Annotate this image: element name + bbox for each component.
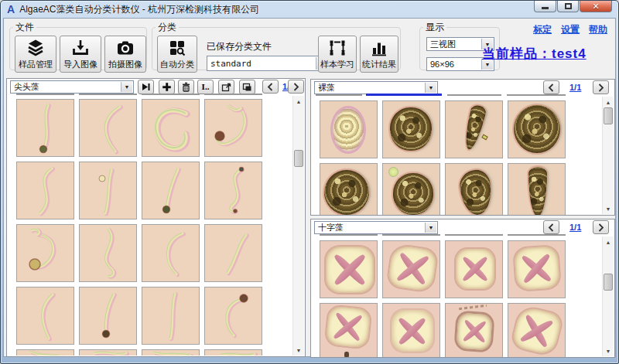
algae-thumbnail[interactable] bbox=[79, 349, 137, 355]
next-page-button[interactable] bbox=[593, 220, 609, 234]
column-mark bbox=[320, 234, 378, 236]
algae-thumbnail[interactable] bbox=[16, 224, 74, 282]
algae-cell-image bbox=[511, 305, 563, 356]
algae-thumbnail[interactable] bbox=[382, 240, 440, 298]
next-page-button[interactable] bbox=[593, 80, 609, 94]
sample-manage-button[interactable]: 样品管理 bbox=[15, 36, 56, 73]
algae-thumbnail[interactable] bbox=[142, 287, 200, 345]
algae-thumbnail[interactable] bbox=[142, 224, 200, 282]
species-select-bottom-right[interactable]: 十字藻 ▼ bbox=[314, 221, 438, 234]
algae-thumbnail[interactable] bbox=[445, 100, 503, 158]
algae-thumbnail[interactable] bbox=[79, 224, 137, 282]
saved-file-select[interactable]: standard ▼ bbox=[207, 56, 329, 71]
algae-thumbnail[interactable] bbox=[204, 162, 262, 219]
algae-thumbnail[interactable] bbox=[382, 100, 440, 158]
algae-thumbnail[interactable] bbox=[508, 100, 566, 158]
algae-thumbnail[interactable] bbox=[16, 162, 74, 219]
scroll-down-icon[interactable]: ▼ bbox=[603, 345, 614, 356]
species-select-left[interactable]: 尖头藻 ▼ bbox=[10, 80, 134, 94]
file-group-label: 文件 bbox=[13, 21, 36, 34]
algae-thumbnail[interactable] bbox=[142, 349, 200, 355]
prev-page-button[interactable] bbox=[543, 220, 559, 234]
algae-thumbnail[interactable] bbox=[204, 287, 262, 345]
algae-thumbnail[interactable] bbox=[79, 162, 137, 219]
calibrate-link[interactable]: 标定 bbox=[533, 23, 552, 36]
prev-page-button[interactable] bbox=[262, 80, 279, 94]
algae-filament-image bbox=[80, 287, 137, 345]
algae-thumbnail[interactable] bbox=[320, 240, 378, 298]
delete-button[interactable] bbox=[178, 80, 194, 94]
play-next-button[interactable] bbox=[138, 80, 154, 94]
scrollbar-bottom-right-panel[interactable]: ▲ ▼ bbox=[602, 236, 614, 356]
copy-to-button[interactable] bbox=[239, 80, 255, 94]
algae-thumbnail[interactable] bbox=[508, 240, 566, 298]
algae-thumbnail[interactable] bbox=[320, 163, 378, 215]
scroll-up-icon[interactable]: ▲ bbox=[603, 97, 614, 107]
algae-thumbnail[interactable] bbox=[204, 224, 262, 282]
settings-link[interactable]: 设置 bbox=[561, 23, 580, 36]
scroll-up-icon[interactable]: ▲ bbox=[293, 96, 304, 107]
algae-cell-image bbox=[456, 249, 494, 289]
scrollbar-top-right-panel[interactable]: ▲ ▼ bbox=[602, 97, 614, 214]
page-indicator-link[interactable]: 1/1 bbox=[569, 223, 581, 232]
prev-page-button[interactable] bbox=[543, 80, 559, 94]
algae-thumbnail[interactable] bbox=[142, 99, 200, 157]
help-link[interactable]: 帮助 bbox=[589, 23, 607, 36]
next-page-button[interactable] bbox=[288, 80, 304, 94]
algae-thumbnail[interactable] bbox=[16, 349, 74, 355]
algae-thumbnail[interactable] bbox=[445, 163, 503, 215]
stats-result-button[interactable]: 统计结果 bbox=[360, 36, 398, 73]
close-button[interactable]: ✕ bbox=[580, 1, 612, 12]
import-image-button[interactable]: 导入图像 bbox=[60, 36, 101, 73]
algae-thumbnail[interactable] bbox=[204, 349, 262, 355]
algae-cell-image bbox=[333, 108, 364, 151]
current-sample-value: test4 bbox=[552, 46, 587, 61]
algae-filament-image bbox=[17, 100, 74, 157]
chevron-right-icon bbox=[292, 82, 300, 92]
export-button[interactable] bbox=[218, 80, 234, 94]
capture-image-button[interactable]: 拍摄图像 bbox=[104, 36, 146, 73]
maximize-button[interactable] bbox=[557, 1, 579, 12]
species-select-top-right[interactable]: 裸藻 ▼ bbox=[314, 81, 438, 94]
algae-cell-image bbox=[456, 313, 492, 351]
sample-learn-button[interactable]: 样本学习 bbox=[318, 36, 357, 73]
algae-thumbnail[interactable] bbox=[320, 303, 378, 358]
display-group-label: 显示 bbox=[423, 21, 446, 34]
rename-button[interactable]: I.. bbox=[197, 80, 214, 94]
current-sample[interactable]: 当前样品：test4 bbox=[482, 45, 587, 63]
algae-thumbnail[interactable] bbox=[16, 99, 74, 157]
titlebar[interactable]: A AlgaeAC藻类自动分类计数仪 - 杭州万深检测科技有限公司 ✕ bbox=[1, 1, 618, 18]
algae-thumbnail[interactable] bbox=[16, 287, 74, 345]
algae-thumbnail[interactable] bbox=[445, 303, 503, 358]
panel-luo-algae: 裸藻 ▼ 1/1 bbox=[310, 79, 615, 216]
top-links: 标定 设置 帮助 bbox=[533, 23, 607, 36]
sample-learn-label: 样本学习 bbox=[320, 59, 354, 70]
scroll-down-icon[interactable]: ▼ bbox=[293, 345, 304, 355]
scroll-thumb[interactable] bbox=[294, 150, 303, 167]
algae-thumbnail[interactable] bbox=[320, 100, 378, 158]
algae-thumbnail[interactable] bbox=[382, 163, 440, 215]
minimize-icon bbox=[542, 7, 549, 9]
page-indicator-link[interactable]: 1/1 bbox=[569, 83, 581, 92]
algae-cell-image bbox=[461, 104, 487, 151]
auto-classify-button[interactable]: 自动分类 bbox=[157, 36, 197, 73]
algae-thumbnail[interactable] bbox=[142, 162, 200, 219]
algae-thumbnail[interactable] bbox=[382, 303, 440, 358]
scroll-up-icon[interactable]: ▲ bbox=[603, 236, 614, 247]
minimize-button[interactable] bbox=[534, 1, 556, 12]
column-mark bbox=[382, 234, 440, 236]
import-image-label: 导入图像 bbox=[63, 59, 97, 70]
algae-thumbnail[interactable] bbox=[445, 240, 503, 298]
scroll-thumb[interactable] bbox=[604, 274, 613, 291]
scroll-down-icon[interactable]: ▼ bbox=[603, 203, 614, 214]
algae-thumbnail[interactable] bbox=[79, 287, 137, 345]
algae-thumbnail[interactable] bbox=[508, 163, 566, 215]
add-button[interactable] bbox=[159, 80, 175, 94]
algae-filament-image bbox=[142, 225, 200, 282]
algae-thumbnail[interactable] bbox=[204, 99, 262, 157]
scroll-thumb[interactable] bbox=[604, 107, 613, 124]
maximize-icon bbox=[565, 3, 572, 9]
algae-thumbnail[interactable] bbox=[508, 303, 566, 358]
algae-thumbnail[interactable] bbox=[79, 99, 137, 157]
scrollbar-left-panel[interactable]: ▲ ▼ bbox=[292, 96, 304, 355]
